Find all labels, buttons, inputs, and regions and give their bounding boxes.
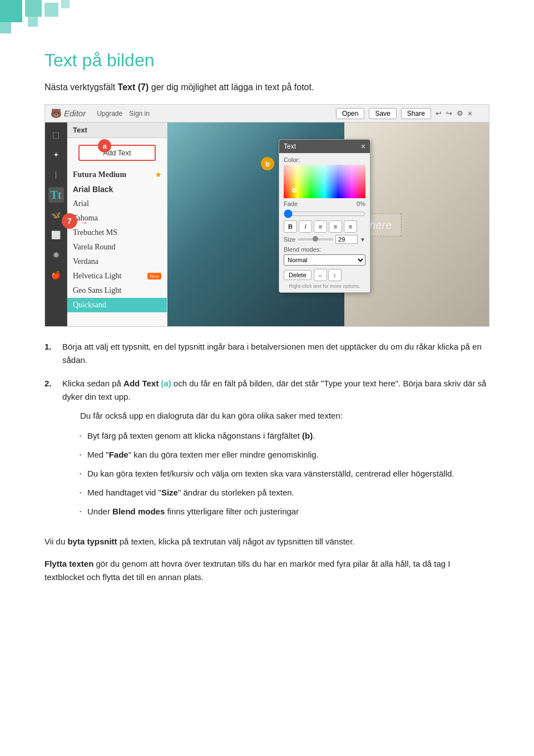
- outro-para-1: Vii du byta typsnitt på texten, klicka p…: [44, 535, 490, 548]
- step-2-para: Klicka sedan på Add Text (a) och du får …: [62, 377, 490, 404]
- fade-slider[interactable]: [284, 209, 365, 218]
- save-button[interactable]: Save: [369, 108, 396, 119]
- delete-button[interactable]: Delete: [284, 270, 312, 280]
- bullet-item-1: · Byt färg på texten genom att klicka nå…: [79, 429, 490, 443]
- step-2-number: 2.: [44, 377, 56, 525]
- font-arial[interactable]: Arial: [67, 197, 167, 211]
- redo-icon[interactable]: ↪: [446, 109, 452, 117]
- blend-modes-label: Blend modes:: [284, 246, 365, 253]
- bullet-text-3: Du kan göra texten fet/kursiv och välja …: [87, 467, 454, 480]
- text-tool[interactable]: Tt: [48, 187, 64, 203]
- font-name: Helvetica Light: [73, 272, 121, 281]
- bullet-dot: ·: [79, 429, 82, 442]
- font-panel-header: Text: [67, 122, 167, 138]
- format-buttons: B I ≡ ≡ ≡: [284, 220, 365, 233]
- size-row: Size ▼: [284, 235, 365, 244]
- move-buttons: ↔ ↕: [314, 269, 342, 281]
- step7-arrow: →: [80, 218, 88, 228]
- italic-button[interactable]: I: [299, 220, 312, 233]
- blend-modes-select[interactable]: Normal Multiply Screen: [284, 254, 365, 266]
- fade-label: Fade: [284, 200, 298, 207]
- steps-section: 1. Börja att välj ett typsnitt, en del t…: [44, 340, 490, 584]
- step-1-number: 1.: [44, 340, 56, 367]
- page-title: Text på bilden: [44, 50, 490, 71]
- content-area: Text på bilden Nästa verktygsfält Text (…: [0, 39, 534, 615]
- align-right-button[interactable]: ≡: [344, 220, 357, 233]
- font-varela-round[interactable]: Varela Round: [67, 240, 167, 254]
- size-slider-handle[interactable]: [313, 236, 318, 242]
- step-1-text: Börja att välj ett typsnitt, en del typs…: [62, 340, 490, 367]
- editor-logo: 🐻 Editor: [51, 108, 86, 119]
- font-helvetica-light[interactable]: Helvetica Light New: [67, 269, 167, 283]
- step-2: 2. Klicka sedan på Add Text (a) och du f…: [44, 377, 490, 525]
- editor-nav-links: Upgrade Sign in: [97, 110, 150, 117]
- sub-para: Du får också upp en dialogruta där du ka…: [80, 409, 490, 423]
- text-dialog-close[interactable]: ×: [361, 142, 365, 151]
- brush-tool[interactable]: |: [48, 167, 64, 183]
- font-futura-medium[interactable]: Futura Medium ★: [67, 168, 167, 182]
- color-label: Color:: [284, 156, 365, 163]
- align-left-button[interactable]: ≡: [314, 220, 327, 233]
- font-verdana[interactable]: Verdana: [67, 254, 167, 269]
- undo-icon[interactable]: ↩: [436, 109, 442, 117]
- align-center-button[interactable]: ≡: [329, 220, 342, 233]
- top-decoration: [0, 0, 534, 33]
- share-button[interactable]: Share: [401, 108, 431, 119]
- fade-row: Fade 0%: [284, 200, 365, 207]
- bullet-text-1: Byt färg på texten genom att klicka någo…: [87, 429, 315, 443]
- step-2-text: Klicka sedan på Add Text (a) och du får …: [62, 377, 490, 525]
- font-name: Arial: [73, 199, 89, 208]
- editor-logo-text: Editor: [64, 109, 86, 118]
- intro-paragraph: Nästa verktygsfält Text (7) ger dig möjl…: [44, 81, 490, 94]
- font-name: Varela Round: [73, 243, 116, 252]
- font-name: Futura Medium: [73, 170, 126, 179]
- open-button[interactable]: Open: [336, 108, 364, 119]
- bullet-item-5: · Under Blend modes finns ytterligare fi…: [79, 505, 490, 518]
- texture-tool[interactable]: ❋: [48, 247, 64, 263]
- text-dialog: Text × Color: Fade 0%: [279, 139, 370, 293]
- size-dropdown-arrow[interactable]: ▼: [360, 237, 365, 243]
- signin-link[interactable]: Sign in: [129, 110, 150, 117]
- color-picker[interactable]: [284, 165, 365, 198]
- bullet-dot: ·: [79, 448, 82, 461]
- bullet-item-3: · Du kan göra texten fet/kursiv och välj…: [79, 467, 490, 480]
- add-text-area: Add Text: [67, 138, 167, 168]
- crop-tool[interactable]: ⬚: [48, 127, 64, 143]
- font-geo-sans-light[interactable]: Geo Sans Light: [67, 283, 167, 298]
- frame-tool[interactable]: ⬜: [48, 227, 64, 243]
- bullet-list: · Byt färg på texten genom att klicka nå…: [79, 429, 490, 518]
- font-badge-star: ★: [155, 171, 161, 179]
- font-name: Verdana: [73, 257, 98, 266]
- upgrade-link[interactable]: Upgrade: [97, 110, 122, 117]
- move-up-button[interactable]: ↕: [328, 269, 342, 281]
- font-quicksand[interactable]: Quicksand: [67, 298, 167, 312]
- editor-top-bar: 🐻 Editor Upgrade Sign in Open Save Share…: [45, 105, 489, 122]
- label-b: b: [261, 157, 274, 170]
- size-slider-track: [298, 238, 333, 240]
- size-input[interactable]: [335, 235, 358, 244]
- close-button[interactable]: ×: [468, 109, 472, 118]
- fade-value: 0%: [357, 200, 365, 207]
- effects-tool[interactable]: 🍎: [48, 267, 64, 283]
- bold-button[interactable]: B: [284, 220, 297, 233]
- settings-icon[interactable]: ⚙: [457, 109, 463, 117]
- bullet-text-2: Med "Fade" kan du göra texten mer eller …: [87, 448, 319, 462]
- move-left-button[interactable]: ↔: [314, 269, 327, 281]
- step-1: 1. Börja att välj ett typsnitt, en del t…: [44, 340, 490, 367]
- font-arial-black[interactable]: Arial Black: [67, 182, 167, 197]
- font-list: Futura Medium ★ Arial Black Arial Tahoma…: [67, 168, 167, 312]
- add-text-button[interactable]: Add Text: [78, 145, 156, 161]
- bullet-item-4: · Med handtaget vid "Size" ändrar du sto…: [79, 486, 490, 499]
- screenshot-container: 7 → a b 🐻 Editor Upgrade Sign in Open Sa…: [44, 104, 490, 327]
- bullet-text-5: Under Blend modes finns ytterligare filt…: [87, 505, 299, 518]
- text-dialog-header: Text ×: [279, 140, 370, 153]
- bullet-dot: ·: [79, 486, 82, 499]
- color-picker-dot: [292, 188, 296, 193]
- delete-row: Delete ↔ ↕: [284, 269, 365, 281]
- adjust-tool[interactable]: ✦: [48, 147, 64, 163]
- font-badge-new: New: [147, 273, 161, 279]
- size-label: Size: [284, 236, 295, 243]
- font-name: Arial Black: [73, 185, 113, 194]
- right-click-hint: Right-click text for more options.: [284, 283, 365, 289]
- font-name: Geo Sans Light: [73, 286, 121, 295]
